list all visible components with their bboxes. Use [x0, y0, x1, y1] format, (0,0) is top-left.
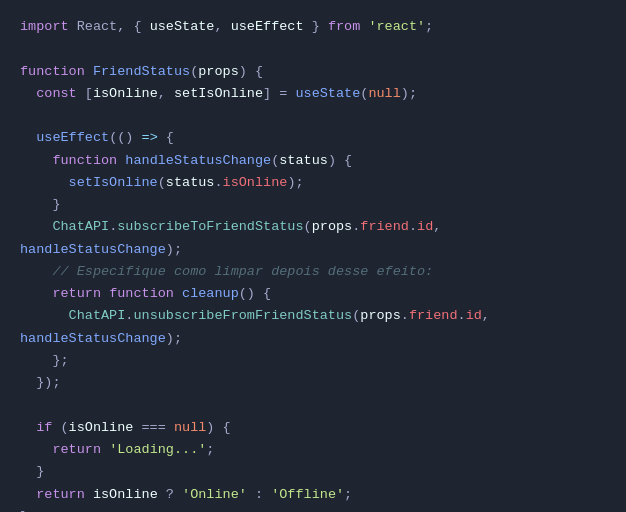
code-line: handleStatusChange); [20, 328, 606, 350]
code-line: }); [20, 372, 606, 394]
code-line: ChatAPI.subscribeToFriendStatus(props.fr… [20, 216, 606, 238]
code-line: useEffect(() => { [20, 127, 606, 149]
code-line: setIsOnline(status.isOnline); [20, 172, 606, 194]
code-line: function FriendStatus(props) { [20, 61, 606, 83]
code-line: // Especifique como limpar depois desse … [20, 261, 606, 283]
code-line [20, 38, 606, 60]
code-line: function handleStatusChange(status) { [20, 150, 606, 172]
code-line [20, 105, 606, 127]
code-line: const [isOnline, setIsOnline] = useState… [20, 83, 606, 105]
code-line: }; [20, 350, 606, 372]
code-line: } [20, 194, 606, 216]
code-line: return function cleanup() { [20, 283, 606, 305]
code-line: ChatAPI.unsubscribeFromFriendStatus(prop… [20, 305, 606, 327]
code-line: if (isOnline === null) { [20, 417, 606, 439]
code-line: handleStatusChange); [20, 239, 606, 261]
code-line: } [20, 506, 606, 512]
code-line: } [20, 461, 606, 483]
code-line: return 'Loading...'; [20, 439, 606, 461]
code-editor: import React, { useState, useEffect } fr… [0, 0, 626, 512]
code-line: import React, { useState, useEffect } fr… [20, 16, 606, 38]
code-line: return isOnline ? 'Online' : 'Offline'; [20, 484, 606, 506]
code-content: import React, { useState, useEffect } fr… [20, 16, 606, 512]
code-line [20, 395, 606, 417]
